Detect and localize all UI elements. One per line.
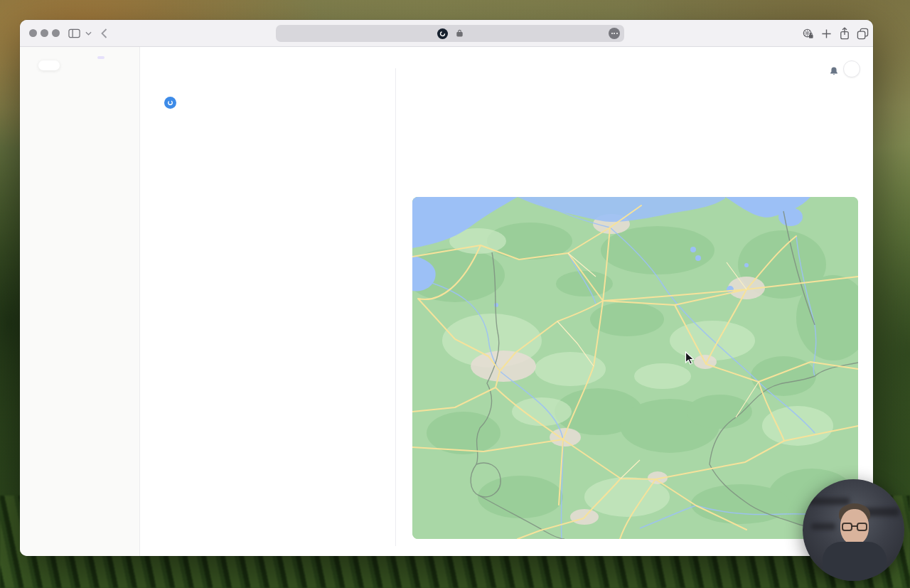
minimize-window-button[interactable] [41,29,48,37]
person-glasses [842,523,852,531]
smatchly-notification-icon [164,97,176,109]
map[interactable] [412,197,858,539]
notifications-bell-icon[interactable] [826,63,842,79]
browser-window [20,20,873,556]
zoom-window-button[interactable] [52,29,60,37]
sidebar [20,47,140,556]
person-glasses [857,523,867,531]
webcam-overlay [803,479,904,581]
map-canvas [412,197,858,539]
webcam-background-shelf [811,523,835,530]
browser-toolbar [20,20,873,47]
new-tab-icon[interactable] [821,20,832,47]
back-button[interactable] [101,20,107,47]
beta-badge [97,56,105,59]
sidebar-toggle-icon[interactable] [68,20,80,47]
close-window-button[interactable] [29,29,37,37]
app-logo [38,60,60,70]
tab-overview-icon[interactable] [857,20,869,47]
vertical-divider [395,68,396,546]
mouse-cursor [685,351,695,365]
reader-options-icon[interactable] [609,28,620,39]
user-avatar[interactable] [843,60,860,77]
webcam-background-shelf [807,498,850,505]
person-shirt [823,542,887,581]
privacy-report-icon[interactable] [802,20,814,47]
import-notification [164,95,184,109]
site-favicon-icon [437,28,448,39]
toolbar-chevron-down-icon[interactable] [85,20,92,47]
lock-icon [456,29,463,38]
person-glasses-bridge [852,525,857,527]
main-content [140,47,873,556]
address-bar[interactable] [276,25,624,42]
share-icon[interactable] [839,20,850,47]
